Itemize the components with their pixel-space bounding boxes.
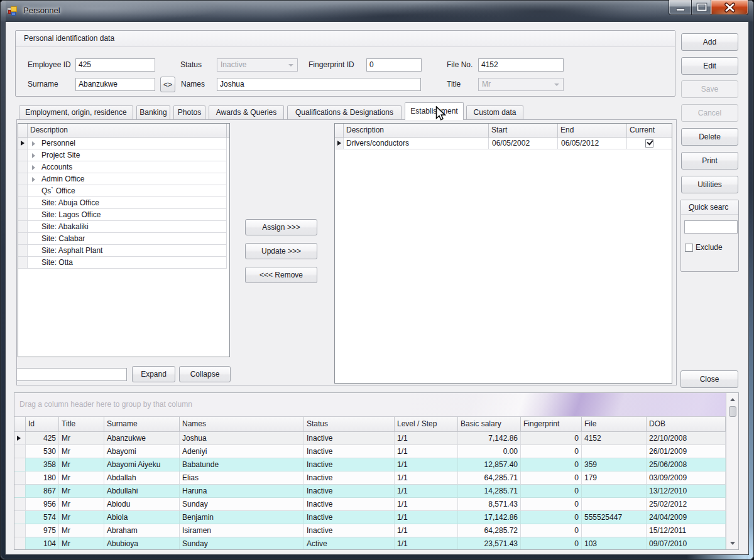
save-button[interactable]: Save bbox=[681, 80, 738, 98]
grid-cell-names: Joshua bbox=[180, 432, 304, 445]
grid-row[interactable]: 956 Mr Abiodu Sunday Inactive 1/1 8,571.… bbox=[14, 498, 726, 511]
grid-cell-surname: Abiodu bbox=[104, 498, 180, 511]
print-button[interactable]: Print bbox=[681, 152, 738, 170]
edit-button[interactable]: Edit bbox=[681, 57, 738, 75]
grid-cell-fingerprint: 0 bbox=[521, 537, 582, 550]
tab-employment-origin-residence[interactable]: Employment, origin, residence bbox=[19, 105, 133, 119]
grid-row[interactable]: 104 Mr Abubioya Sunday Active 1/1 23,571… bbox=[14, 537, 726, 550]
cancel-button[interactable]: Cancel bbox=[681, 104, 738, 122]
titlebar[interactable]: Personnel bbox=[0, 0, 754, 21]
grid-cell-level-step: 1/1 bbox=[395, 511, 458, 524]
grid-cell-status: Inactive bbox=[304, 485, 395, 498]
grid-cell-title: Mr bbox=[59, 537, 104, 550]
grid-row[interactable]: 867 Mr Abdullahi Haruna Inactive 1/1 14,… bbox=[14, 485, 726, 498]
grid-cell-id: 104 bbox=[26, 537, 59, 550]
scrollbar-thumb[interactable] bbox=[729, 406, 736, 417]
grid-cell-file bbox=[582, 498, 647, 511]
grid-cell-title: Mr bbox=[59, 511, 104, 524]
grid-column-header[interactable]: Status bbox=[304, 417, 395, 431]
grid-cell-dob: 03/09/2009 bbox=[647, 471, 726, 485]
tab-awards-queries[interactable]: Awards & Queries bbox=[209, 105, 284, 119]
grid-cell-names: Sunday bbox=[180, 498, 304, 511]
grid-cell-dob: 09/07/2010 bbox=[647, 537, 726, 550]
personal-identification-caption: Personal identification data bbox=[16, 31, 675, 47]
grid-cell-basic-salary: 0.00 bbox=[458, 445, 521, 458]
scroll-up-icon bbox=[730, 398, 735, 401]
tab-qualifications-designations[interactable]: Qualifications & Designations bbox=[287, 105, 402, 119]
grid-row[interactable]: 425 Mr Abanzukwe Joshua Inactive 1/1 7,1… bbox=[14, 432, 726, 445]
names-field[interactable]: Joshua bbox=[217, 78, 421, 91]
grid-cell-dob: 24/04/2009 bbox=[647, 511, 726, 524]
grid-row-indicator bbox=[14, 485, 26, 498]
grid-row[interactable]: 975 Mr Abraham Isiramen Inactive 1/1 64,… bbox=[14, 524, 726, 537]
employee-id-field[interactable]: 425 bbox=[75, 58, 155, 72]
grid-column-header[interactable]: Surname bbox=[104, 417, 180, 431]
grid-cell-level-step: 1/1 bbox=[395, 458, 458, 471]
grid-column-header[interactable]: DOB bbox=[647, 417, 726, 431]
grid-column-header[interactable]: Names bbox=[180, 417, 304, 431]
status-combobox[interactable]: Inactive bbox=[217, 58, 298, 72]
tab-establishment[interactable]: Establishment bbox=[405, 102, 464, 120]
surname-label: Surname bbox=[28, 78, 58, 91]
form-client-area: Personal identification data Employee ID… bbox=[5, 21, 749, 555]
grid-column-header[interactable]: Fingerprint bbox=[521, 417, 582, 431]
grid-cell-status: Inactive bbox=[304, 445, 395, 458]
minimize-button[interactable] bbox=[669, 0, 691, 15]
exclude-checkbox[interactable] bbox=[685, 244, 693, 252]
close-button[interactable]: Close bbox=[680, 370, 738, 388]
grid-cell-file bbox=[582, 485, 647, 498]
maximize-button[interactable] bbox=[691, 0, 711, 15]
grid-vertical-scrollbar[interactable] bbox=[726, 393, 738, 549]
add-button[interactable]: Add bbox=[681, 33, 738, 51]
grid-row[interactable]: 358 Mr Abayomi Aiyeku Babatunde Inactive… bbox=[14, 458, 726, 471]
grid-cell-title: Mr bbox=[59, 432, 104, 445]
grid-column-header[interactable]: Basic salary bbox=[458, 417, 521, 431]
grid-cell-level-step: 1/1 bbox=[395, 485, 458, 498]
grid-cell-basic-salary: 23,571.43 bbox=[458, 537, 521, 550]
grid-row[interactable]: 530 Mr Abayomi Adeniyi Inactive 1/1 0.00… bbox=[14, 445, 726, 458]
grid-cell-names: Benjamin bbox=[180, 511, 304, 524]
grid-row[interactable]: 180 Mr Abdallah Elias Inactive 1/1 64,28… bbox=[14, 471, 726, 485]
grid-cell-title: Mr bbox=[59, 498, 104, 511]
grid-row-indicator bbox=[14, 498, 26, 511]
grid-column-header[interactable]: Id bbox=[26, 417, 59, 431]
title-label: Title bbox=[447, 78, 461, 91]
scroll-down-button[interactable] bbox=[728, 538, 737, 548]
grid-row-indicator bbox=[14, 511, 26, 524]
fingerprint-id-field[interactable]: 0 bbox=[366, 58, 422, 72]
group-by-bar[interactable]: Drag a column header here to group by th… bbox=[14, 393, 726, 417]
grid-column-header[interactable]: Title bbox=[59, 417, 104, 431]
tab-photos[interactable]: Photos bbox=[173, 105, 205, 119]
grid-cell-status: Inactive bbox=[304, 524, 395, 537]
grid-cell-basic-salary: 7,142.86 bbox=[458, 432, 521, 445]
close-window-button[interactable] bbox=[711, 0, 748, 15]
grid-cell-names: Adeniyi bbox=[180, 445, 304, 458]
grid-cell-fingerprint: 0 bbox=[521, 498, 582, 511]
swap-names-button[interactable]: <> bbox=[160, 77, 175, 92]
grid-column-header[interactable]: File bbox=[582, 417, 647, 431]
scroll-up-button[interactable] bbox=[728, 394, 737, 404]
grid-cell-title: Mr bbox=[59, 524, 104, 537]
tab-custom-data[interactable]: Custom data bbox=[466, 105, 523, 119]
grid-cell-level-step: 1/1 bbox=[395, 537, 458, 550]
delete-button[interactable]: Delete bbox=[681, 128, 738, 146]
file-no-field[interactable]: 4152 bbox=[478, 58, 564, 72]
surname-field[interactable]: Abanzukwe bbox=[75, 78, 155, 91]
grid-cell-title: Mr bbox=[59, 485, 104, 498]
window-frame: Personnel Personal identific bbox=[0, 0, 754, 560]
title-combobox[interactable]: Mr bbox=[478, 78, 564, 91]
title-dropdown-icon bbox=[554, 83, 559, 86]
quick-search-input[interactable] bbox=[684, 220, 738, 234]
grid-cell-file: 359 bbox=[582, 458, 647, 471]
tab-banking[interactable]: Banking bbox=[136, 105, 170, 119]
utilities-button[interactable]: Utilities bbox=[681, 176, 738, 193]
grid-row-indicator bbox=[14, 445, 26, 458]
grid-cell-level-step: 1/1 bbox=[395, 498, 458, 511]
names-label: Names bbox=[181, 78, 205, 91]
grid-row[interactable]: 574 Mr Abiola Benjamin Inactive 1/1 17,1… bbox=[14, 511, 726, 524]
grid-cell-fingerprint: 0 bbox=[521, 458, 582, 471]
grid-cell-id: 975 bbox=[26, 524, 59, 537]
grid-cell-status: Inactive bbox=[304, 432, 395, 445]
grid-cell-surname: Abanzukwe bbox=[104, 432, 180, 445]
grid-column-header[interactable]: Level / Step bbox=[395, 417, 458, 431]
